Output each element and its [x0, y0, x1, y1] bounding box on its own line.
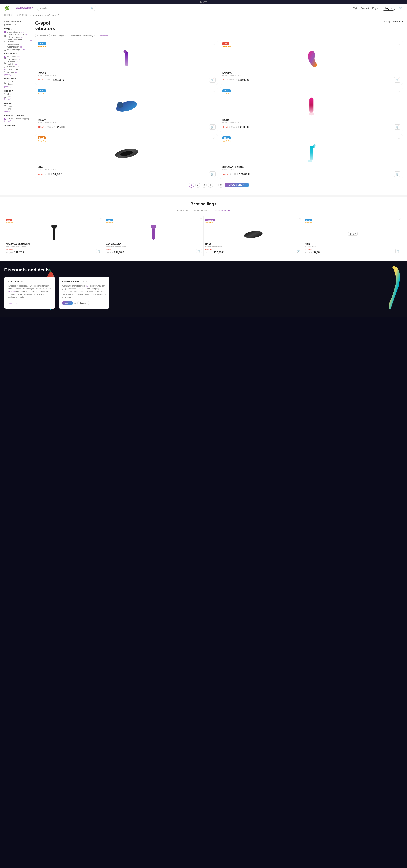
learn-more-link[interactable]: learn more: [8, 302, 17, 304]
price-block: -1% off 149,00 € 94,00 €: [37, 173, 62, 176]
student-login-button[interactable]: Log in: [62, 301, 73, 305]
colour-see-all[interactable]: (see all): [4, 98, 32, 100]
filter-rabbit-checkbox[interactable]: [4, 46, 6, 48]
page-button-8[interactable]: 8: [218, 183, 224, 188]
filter-realistic-checkbox[interactable]: [4, 63, 6, 65]
breadcrumb-for-women[interactable]: FOR WOMEN: [13, 14, 27, 16]
filter-white: white: [4, 93, 32, 95]
shipping-see-all[interactable]: (see all): [4, 120, 32, 122]
tab-for-men[interactable]: FOR MEN: [177, 210, 188, 213]
original-price: 149,00 €: [44, 79, 52, 81]
filter-lelo-checkbox[interactable]: [4, 105, 6, 107]
add-to-cart-button[interactable]: 🛒: [209, 77, 215, 83]
logo[interactable]: 🌿: [4, 6, 13, 11]
page-button-3[interactable]: 3: [202, 183, 207, 188]
page-button-4[interactable]: 4: [208, 183, 213, 188]
filter-vibrations-checkbox[interactable]: [4, 61, 6, 63]
remove-usb-icon[interactable]: ×: [65, 34, 66, 37]
filter-pivot: Pivot: [4, 108, 32, 110]
add-to-cart-button[interactable]: 🛒: [394, 77, 400, 83]
chevron-up-icon: ▴: [16, 53, 17, 55]
wishlist-button[interactable]: ♡: [398, 136, 400, 140]
filter-wireless-checkbox[interactable]: [4, 71, 6, 73]
svg-point-3: [117, 102, 123, 108]
filter-g-spot-checkbox[interactable]: [4, 31, 6, 33]
bs-product-category: PERSONAL MASSAGERS: [106, 246, 202, 247]
filter-clitoral-checkbox[interactable]: [4, 43, 6, 45]
bs-add-to-cart-button[interactable]: 🛒: [96, 249, 102, 253]
login-button[interactable]: Log in: [382, 6, 395, 10]
page-button-1[interactable]: 1: [189, 183, 194, 188]
bs-product-nina: DEAL ♡ ★★★★★ DROP NINA MASSAGERS -10% of…: [303, 216, 403, 256]
filter-black-checkbox[interactable]: [4, 96, 6, 98]
bs-wishlist-button[interactable]: ♡: [299, 218, 301, 221]
filter-black: black: [4, 95, 32, 98]
faq-link[interactable]: FQA: [352, 7, 358, 9]
page-button-2[interactable]: 2: [195, 183, 200, 188]
filter-multispeed-checkbox[interactable]: [4, 58, 6, 60]
filter-usb-charger-checkbox[interactable]: [4, 68, 6, 70]
tab-for-couple[interactable]: FOR COUPLE: [194, 210, 209, 213]
main-categories-button[interactable]: main categories ▾: [4, 20, 32, 23]
original-price: 149,00 €: [230, 173, 238, 175]
bs-add-to-cart-button[interactable]: 🛒: [296, 249, 301, 253]
filter-free-shipping: free international shipping: [4, 118, 32, 120]
wishlist-button[interactable]: ♡: [213, 42, 215, 45]
support-label[interactable]: SUPPORT: [4, 124, 15, 127]
cart-icon[interactable]: 🛒: [399, 6, 403, 10]
remove-waterproof-icon[interactable]: ×: [47, 34, 48, 37]
filter-white-checkbox[interactable]: [4, 93, 6, 95]
sort-dropdown[interactable]: featured ▾: [393, 20, 403, 23]
add-to-cart-button[interactable]: 🛒: [394, 172, 400, 177]
drop-badge[interactable]: DROP: [348, 232, 358, 236]
discount-badge: -5% off: [223, 79, 228, 81]
chevron-down-icon: ▾: [402, 20, 403, 23]
bs-stars: ★★★★★: [6, 222, 102, 224]
current-price: 141.55 €: [53, 78, 64, 82]
bs-wishlist-button[interactable]: ♡: [100, 218, 102, 221]
brand-see-all[interactable]: (see all): [4, 111, 32, 113]
price-block: -6% off 149,00 € 141,00 €: [223, 125, 249, 129]
lang-selector[interactable]: Eng ▾: [372, 7, 378, 10]
filter-wand-checkbox[interactable]: [4, 49, 6, 51]
filter-pivot-checkbox[interactable]: [4, 108, 6, 110]
wishlist-button[interactable]: ♡: [398, 89, 400, 93]
filter-vagina-checkbox[interactable]: [4, 81, 6, 83]
tab-for-women[interactable]: FOR WOMEN: [215, 210, 230, 213]
search-input[interactable]: [40, 7, 90, 9]
categories-nav[interactable]: CATEGORIES: [16, 7, 33, 9]
original-price: 149,00 €: [45, 126, 53, 128]
bs-wishlist-button[interactable]: ♡: [200, 218, 202, 221]
features-see-all[interactable]: (see all): [4, 73, 32, 75]
show-more-button[interactable]: SHOW MORE (6): [225, 183, 249, 187]
wishlist-button[interactable]: ♡: [213, 136, 215, 140]
wishlist-button[interactable]: ♡: [213, 89, 215, 93]
product-name: NOVA 2: [37, 71, 215, 74]
add-to-cart-button[interactable]: 🛒: [209, 124, 215, 130]
add-to-cart-button[interactable]: 🛒: [209, 172, 215, 177]
filter-waterproof-checkbox[interactable]: [4, 56, 6, 58]
filter-remote-checkbox[interactable]: [4, 40, 6, 42]
filter-tag-waterproof[interactable]: waterproof ×: [35, 34, 50, 37]
filter-personal-massagers-checkbox[interactable]: [4, 34, 6, 36]
breadcrumb-home[interactable]: HOME: [4, 14, 10, 16]
filter-bullet-checkbox[interactable]: [4, 36, 6, 38]
student-title: STUDENT DISCOUNT: [62, 280, 106, 283]
bs-add-to-cart-button[interactable]: 🛒: [196, 249, 202, 253]
bs-add-to-cart-button[interactable]: 🛒: [395, 249, 401, 253]
filter-clitoris-checkbox[interactable]: [4, 84, 6, 85]
filter-automatic-checkbox[interactable]: [4, 66, 6, 68]
remove-shipping-icon[interactable]: ×: [94, 34, 95, 37]
search-icon[interactable]: 🔍: [90, 7, 94, 10]
wishlist-button[interactable]: ♡: [398, 42, 400, 45]
support-link[interactable]: Support: [361, 7, 369, 9]
add-to-cart-button[interactable]: 🛒: [394, 124, 400, 130]
student-signup-button[interactable]: Sing up: [77, 301, 90, 305]
filter-tag-usb[interactable]: USB charger ×: [51, 34, 68, 37]
product-filter-button[interactable]: product filter ▴: [4, 24, 32, 26]
cancel-all-filters[interactable]: (cancel all): [99, 34, 108, 36]
bs-wishlist-button[interactable]: ♡: [399, 218, 401, 221]
body-area-see-all[interactable]: (see all): [4, 86, 32, 88]
filter-free-shipping-checkbox[interactable]: [4, 118, 6, 120]
filter-tag-shipping[interactable]: free international shipping ×: [70, 34, 97, 37]
